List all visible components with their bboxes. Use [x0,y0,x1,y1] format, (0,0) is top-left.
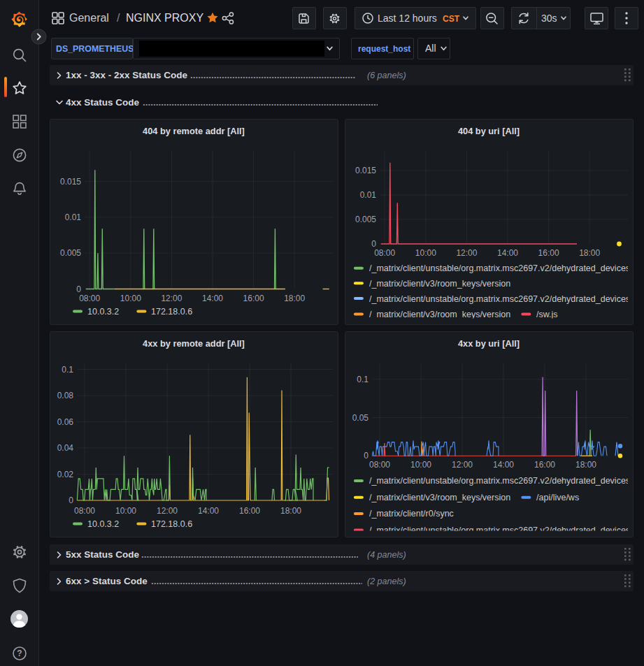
svg-text:16:00: 16:00 [239,506,260,516]
svg-text:18:00: 18:00 [579,248,600,258]
svg-text:0.005: 0.005 [60,248,81,258]
svg-text:172.18.0.6: 172.18.0.6 [151,519,192,529]
svg-text:18:00: 18:00 [284,294,305,303]
svg-text:404 by remote addr [All]: 404 by remote addr [All] [143,126,245,136]
svg-text:16:00: 16:00 [243,294,264,303]
svg-text:/_matrix/client/r0/sync: /_matrix/client/r0/sync [369,509,454,519]
svg-text:14:00: 14:00 [198,506,219,516]
svg-text:0.08: 0.08 [57,391,74,400]
svg-text:10:00: 10:00 [115,506,136,516]
svg-text:0: 0 [364,451,368,461]
svg-text:/api/live/ws: /api/live/ws [536,493,579,502]
svg-text:10:00: 10:00 [120,294,141,303]
svg-text:0.005: 0.005 [355,215,376,224]
svg-text:172.18.0.6: 172.18.0.6 [151,307,192,317]
svg-text:14:00: 14:00 [493,460,514,470]
svg-text:0: 0 [69,495,73,505]
svg-text:0: 0 [371,239,376,249]
svg-text:12:00: 12:00 [157,506,178,516]
svg-text:0.02: 0.02 [57,470,74,479]
svg-text:0.015: 0.015 [355,166,376,175]
svg-text:14:00: 14:00 [497,248,518,258]
svg-text:16:00: 16:00 [538,248,559,258]
svg-text:0.1: 0.1 [62,365,73,375]
svg-text:/_matrix/client/v3/room_keys/v: /_matrix/client/v3/room_keys/version [369,310,510,319]
svg-text:08:00: 08:00 [374,248,395,258]
svg-text:18:00: 18:00 [575,460,596,470]
svg-text:/_matrix/client/unstable/org.m: /_matrix/client/unstable/org.matrix.msc2… [369,263,630,273]
svg-text:/sw.js: /sw.js [536,310,558,319]
svg-text:404 by uri [All]: 404 by uri [All] [458,126,520,136]
svg-text:/_matrix/client/v3/room_keys/v: /_matrix/client/v3/room_keys/version [369,493,510,502]
svg-text:10:00: 10:00 [415,248,436,258]
svg-text:12:00: 12:00 [161,294,182,303]
svg-text:0.015: 0.015 [60,177,81,187]
svg-text:12:00: 12:00 [452,460,473,470]
svg-text:08:00: 08:00 [74,506,95,516]
svg-text:0.05: 0.05 [352,413,369,423]
svg-text:0.06: 0.06 [57,417,74,427]
svg-text:08:00: 08:00 [79,294,100,303]
svg-text:4xx by uri [All]: 4xx by uri [All] [458,338,520,349]
svg-text:0.04: 0.04 [57,443,74,453]
svg-text:0: 0 [76,284,81,294]
svg-text:0.1: 0.1 [357,375,368,384]
svg-text:10:00: 10:00 [410,460,431,470]
svg-text:12:00: 12:00 [456,248,477,258]
svg-text:18:00: 18:00 [280,506,301,516]
svg-text:4xx by remote addr [All]: 4xx by remote addr [All] [143,338,245,349]
svg-text:/_matrix/client/v3/room_keys/v: /_matrix/client/v3/room_keys/version [369,279,510,289]
svg-text:16:00: 16:00 [534,460,555,470]
svg-text:10.0.3.2: 10.0.3.2 [87,307,119,317]
svg-text:10.0.3.2: 10.0.3.2 [87,519,119,529]
svg-text:/_matrix/client/unstable/org.m: /_matrix/client/unstable/org.matrix.msc2… [369,476,630,486]
svg-text:0.01: 0.01 [360,190,377,200]
svg-text:08:00: 08:00 [369,460,390,470]
svg-text:0.01: 0.01 [65,212,82,222]
svg-text:/_matrix/client/unstable/org.m: /_matrix/client/unstable/org.matrix.msc2… [369,294,630,304]
svg-text:?: ? [17,649,22,658]
svg-text:14:00: 14:00 [202,294,223,303]
